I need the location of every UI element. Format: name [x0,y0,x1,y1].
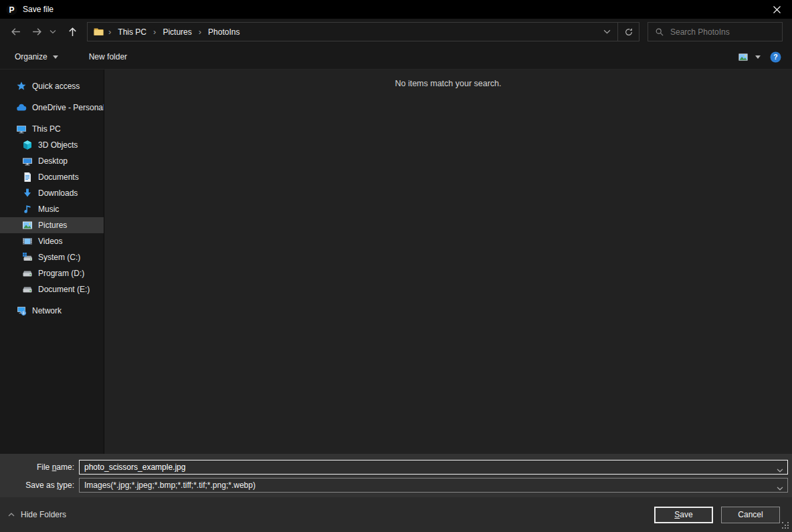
address-dropdown-button[interactable] [596,23,617,41]
document-icon [22,172,33,182]
chevron-up-icon [8,513,15,517]
close-icon [773,6,781,13]
chevron-down-icon [603,29,611,34]
star-icon [16,81,27,92]
breadcrumb-separator-icon: › [149,27,160,37]
sidebar-item-label: Documents [38,172,79,182]
save-button[interactable]: Save [654,507,713,523]
thumbnail-view-icon [737,52,749,62]
refresh-button[interactable] [617,23,639,41]
sidebar-item-program-d[interactable]: Program (D:) [0,265,104,281]
titlebar: P Save file [0,0,792,19]
organize-label: Organize [15,52,47,61]
new-folder-label: New folder [89,52,127,61]
sidebar-item-quick-access[interactable]: Quick access [0,78,104,94]
sidebar-item-3d-objects[interactable]: 3D Objects [0,137,104,153]
sidebar-list: Quick accessOneDrive - PersonalThis PC3D… [0,70,104,454]
cancel-button[interactable]: Cancel [721,507,780,523]
recent-locations-button[interactable] [47,23,59,41]
file-name-input[interactable] [79,460,788,475]
hide-folders-button[interactable]: Hide Folders [8,510,66,519]
sidebar-item-system-c[interactable]: System (C:) [0,249,104,265]
sidebar-item-label: This PC [32,124,61,134]
music-icon [22,204,33,215]
address-bar[interactable]: ›This PC›Pictures›PhotoIns [87,22,639,41]
change-view-button[interactable] [737,52,761,62]
drive-icon [22,284,33,295]
sidebar-item-label: 3D Objects [38,140,78,150]
sidebar-item-label: Quick access [32,82,80,91]
save-as-type-row: Save as type: Images(*.jpg;*.jpeg;*.bmp;… [0,478,788,493]
empty-results-message: No items match your search. [104,79,792,88]
forward-button[interactable] [28,23,45,41]
sidebar-item-videos[interactable]: Videos [0,233,104,249]
cube-icon [22,140,33,150]
save-as-type-value: Images(*.jpg;*.jpeg;*.bmp;*.tiff;*.tif;*… [84,481,256,490]
sidebar-item-label: Videos [38,237,62,246]
new-folder-button[interactable]: New folder [85,48,131,65]
sidebar-item-music[interactable]: Music [0,201,104,217]
photoins-app-icon: P [6,4,17,15]
search-input[interactable] [670,27,775,37]
cloud-icon [16,102,27,113]
back-button[interactable] [7,23,24,41]
save-file-dialog: P Save file ›This PC›Pictures›PhotoIns O… [0,0,792,532]
sidebar-item-pictures[interactable]: Pictures [0,217,104,233]
footer-bottom: Hide Folders Save Cancel [0,497,792,532]
search-box[interactable] [648,22,783,41]
breadcrumb-item[interactable]: This PC [115,23,149,41]
footer-fields: File name: Save as type: Images(*.jpg;*.… [0,454,792,497]
organize-button[interactable]: Organize [11,48,62,65]
arrow-right-icon [31,26,43,37]
sidebar-item-this-pc[interactable]: This PC [0,121,104,137]
sidebar-item-label: Document (E:) [38,285,90,294]
help-button[interactable]: ? [770,51,781,63]
svg-text:?: ? [773,53,777,61]
close-button[interactable] [761,0,792,19]
breadcrumb-item[interactable]: PhotoIns [205,23,242,41]
sidebar-item-network[interactable]: Network [0,303,104,319]
folder-icon [93,26,104,37]
breadcrumb-separator-icon: › [195,27,205,37]
dialog-buttons: Save Cancel [654,507,780,523]
chevron-down-icon [755,55,761,59]
download-icon [22,188,33,198]
sidebar-item-label: System (C:) [38,253,80,262]
save-as-type-select[interactable]: Images(*.jpg;*.jpeg;*.bmp;*.tiff;*.tif;*… [79,478,788,493]
caret-down-icon [53,55,58,59]
file-name-row: File name: [0,460,788,475]
sidebar-item-label: Music [38,205,59,214]
breadcrumb-separator-icon: › [104,27,115,37]
footer: File name: Save as type: Images(*.jpg;*.… [0,454,792,532]
file-list-area[interactable]: No items match your search. [104,70,792,454]
sidebar-item-label: Network [32,306,62,315]
network-icon [16,305,27,316]
up-button[interactable] [63,23,82,41]
sidebar-item-label: Pictures [38,221,67,230]
breadcrumb-item[interactable]: Pictures [160,23,194,41]
sidebar-item-document-e[interactable]: Document (E:) [0,281,104,297]
sidebar-item-desktop[interactable]: Desktop [0,153,104,169]
toolbar-right-group: ? [737,51,781,63]
breadcrumb: ›This PC›Pictures›PhotoIns [104,23,596,41]
svg-text:P: P [9,5,14,14]
file-name-label: File name: [0,462,79,472]
drive-os-icon [22,252,33,263]
refresh-icon [624,27,633,37]
window-title: Save file [23,5,54,14]
monitor-icon [16,124,27,134]
arrow-left-icon [10,26,21,37]
sidebar-item-downloads[interactable]: Downloads [0,185,104,201]
save-as-type-combo: Images(*.jpg;*.jpeg;*.bmp;*.tiff;*.tif;*… [79,478,788,493]
sidebar-item-onedrive-personal[interactable]: OneDrive - Personal [0,100,104,116]
picture-icon [22,220,33,231]
save-as-type-label: Save as type: [0,481,79,490]
hide-folders-label: Hide Folders [21,510,66,519]
sidebar-item-label: Downloads [38,188,78,198]
sidebar-item-documents[interactable]: Documents [0,169,104,185]
navigation-bar: ›This PC›Pictures›PhotoIns [0,19,792,45]
sidebar-item-label: Desktop [38,156,68,166]
desktop-icon [22,156,33,166]
resize-grip[interactable] [782,522,790,530]
toolbar: Organize New folder ? [0,45,792,70]
